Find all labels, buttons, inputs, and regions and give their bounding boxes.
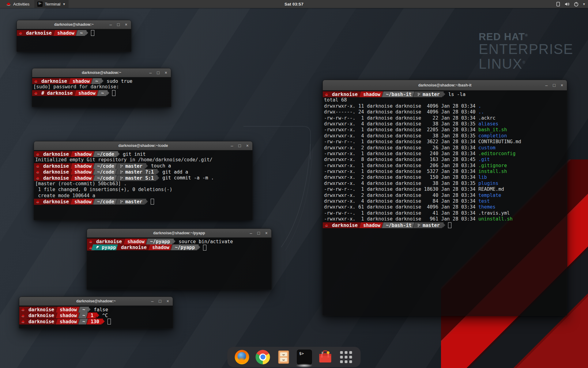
power-icon[interactable] — [574, 2, 579, 7]
terminal-content[interactable]: darknoiseshadow~ — [17, 29, 131, 52]
prompt-segment-path: ~/code — [92, 175, 118, 181]
minimize-button[interactable]: – — [149, 71, 152, 75]
close-button[interactable]: × — [167, 299, 169, 303]
close-button[interactable]: × — [125, 22, 127, 27]
prompt-segment-text: darknoise — [26, 30, 52, 36]
window-titlebar[interactable]: darknoise@shadow:~/code – □ × — [34, 141, 252, 150]
close-button[interactable]: × — [246, 144, 249, 148]
file-name: .editorconfig — [478, 151, 515, 156]
prompt-segment-user: darknoise — [24, 312, 58, 318]
maximize-button[interactable]: □ — [117, 22, 119, 27]
toolbox-icon[interactable] — [318, 350, 333, 364]
terminal-icon[interactable]: $> — [297, 350, 312, 364]
segment-label: master — [125, 163, 142, 169]
prompt-segment-text: darknoise — [332, 92, 358, 97]
prompt-line: darknoiseshadow~/codemastertouch a — [34, 163, 252, 169]
window-titlebar[interactable]: darknoise@shadow:~ – □ × — [19, 297, 173, 306]
terminal-window-code[interactable]: darknoise@shadow:~/code – □ × darknoises… — [34, 141, 253, 220]
chevron-down-icon[interactable]: ▼ — [582, 2, 586, 6]
prompt-segment-path: ~ — [96, 90, 108, 96]
ls-row: drwxrwxr-x. 2 darknoise darknoise 40 Jan… — [323, 193, 567, 198]
window-titlebar[interactable]: darknoise@shadow:~ – □ × — [32, 68, 171, 77]
minimize-button[interactable]: – — [231, 144, 233, 148]
maximize-button[interactable]: □ — [553, 83, 555, 87]
file-name: .git — [478, 157, 490, 162]
segment-label: ~/bash-it — [386, 92, 412, 97]
terminal-content[interactable]: darknoiseshadow~/codegit initInitialized… — [34, 150, 252, 220]
prompt-segment-path: ~/bash-it — [381, 91, 416, 97]
firefox-icon[interactable] — [235, 350, 249, 364]
ls-row: -rwxrwxr-x. 1 darknoise darknoise 961 Ja… — [323, 216, 567, 222]
close-button[interactable]: × — [165, 71, 167, 75]
terminal-content[interactable]: darknoiseshadow~falsedarknoiseshadow~1^C… — [19, 306, 173, 328]
git-branch-icon — [120, 170, 123, 174]
terminal-window-bash-it[interactable]: darknoise@shadow:~/bash-it – □ × darknoi… — [322, 80, 567, 316]
volume-icon[interactable] — [564, 2, 570, 7]
maximize-button[interactable]: □ — [157, 71, 159, 75]
activities-button[interactable]: Activities — [3, 0, 32, 8]
maximize-button[interactable]: □ — [257, 231, 260, 235]
segment-label: shadow — [74, 151, 92, 157]
desktop: RED HAT® ENTERPRISE LINUX® Activities $>… — [0, 0, 588, 368]
maximize-button[interactable]: □ — [238, 144, 241, 148]
display-icon[interactable] — [556, 2, 561, 7]
window-title: darknoise@shadow:~/pyapp — [153, 231, 205, 235]
prompt-segment-text: darknoise — [41, 79, 67, 84]
terminal-window-pyapp[interactable]: darknoise@shadow:~/pyapp – □ × darknoise… — [87, 228, 272, 290]
prompt-segment-user: darknoise — [38, 163, 73, 169]
prompt-segment-text: shadow — [60, 313, 77, 318]
maximize-button[interactable]: □ — [159, 299, 161, 303]
prompt-segment-text: ~/code — [97, 151, 114, 157]
window-title: darknoise@shadow:~ — [82, 71, 121, 75]
file-name: install.sh — [478, 169, 507, 174]
prompt-segment-text: shadow — [363, 92, 380, 97]
terminal-content[interactable]: darknoiseshadow~sudo true[sudo] password… — [32, 77, 171, 107]
prompt-segment-text: shadow — [74, 151, 92, 157]
terminal-window-sudo[interactable]: darknoise@shadow:~ – □ × darknoiseshadow… — [32, 68, 171, 107]
prompt-segment-git: master — [115, 163, 146, 169]
terminal-cursor — [107, 319, 111, 324]
prompt-segment-user: darknoise — [38, 169, 73, 175]
prompt-segment-text: darknoise — [43, 163, 69, 169]
ls-row: drwxrwxr-x. 8 darknoise darknoise 163 Ja… — [323, 157, 567, 163]
prompt-segment-text: shadow — [57, 30, 74, 36]
clock[interactable]: Sat 03:57 — [285, 2, 303, 6]
terminal-window-home-2[interactable]: darknoise@shadow:~ – □ × darknoiseshadow… — [19, 297, 173, 328]
segment-label: darknoise — [43, 199, 69, 205]
terminal-content[interactable]: darknoiseshadow~/pyappsource bin/activat… — [87, 238, 271, 289]
file-meta: -rw-rw-r--. 1 darknoise darknoise 41 Jan… — [324, 210, 478, 216]
segment-label: darknoise — [28, 307, 54, 312]
prompt-segment-host: shadow — [123, 239, 149, 244]
terminal-window-home-1[interactable]: darknoise@shadow:~ – □ × darknoiseshadow… — [17, 20, 131, 52]
prompt-segment-path: ~ — [78, 307, 89, 312]
files-icon[interactable] — [277, 350, 291, 364]
window-titlebar[interactable]: darknoise@shadow:~/pyapp – □ × — [87, 229, 271, 238]
prompt-segment-host: shadow — [55, 319, 81, 324]
minimize-button[interactable]: – — [545, 83, 548, 87]
close-button[interactable]: × — [561, 83, 563, 87]
file-meta: drwxrwxr-x. 2 darknoise darknoise 150 Ja… — [324, 174, 478, 180]
chrome-icon[interactable] — [256, 350, 270, 364]
file-meta: drwxrwxr-x. 4 darknoise darknoise 84 Jan… — [324, 198, 478, 204]
app-grid-icon[interactable] — [339, 350, 353, 364]
segment-label: master — [423, 92, 440, 97]
minimize-button[interactable]: – — [151, 299, 154, 303]
terminal-content[interactable]: darknoiseshadow~/bash-itmasterls -latota… — [323, 90, 567, 315]
prompt-segment-host: shadow — [70, 163, 96, 169]
prompt-segment-text: shadow — [152, 245, 169, 250]
git-branch-icon — [120, 176, 123, 180]
window-titlebar[interactable]: darknoise@shadow:~ – □ × — [17, 20, 131, 29]
file-name: aliases — [478, 121, 498, 127]
git-branch-icon — [417, 223, 421, 227]
close-button[interactable]: × — [265, 231, 268, 235]
app-menu-terminal[interactable]: $> Terminal ▼ — [34, 0, 69, 8]
prompt-segment-text: darknoise — [43, 151, 69, 157]
prompt-segment-text: shadow — [74, 199, 92, 205]
minimize-button[interactable]: – — [110, 22, 112, 27]
prompt-segment-host: shadow — [53, 30, 78, 36]
window-titlebar[interactable]: darknoise@shadow:~/bash-it – □ × — [323, 80, 567, 90]
prompt-segment-text: master S:1 — [120, 175, 154, 181]
prompt-segment-text: darknoise — [332, 222, 358, 228]
prompt-segment-path: ~ — [91, 78, 102, 84]
minimize-button[interactable]: – — [250, 231, 252, 235]
